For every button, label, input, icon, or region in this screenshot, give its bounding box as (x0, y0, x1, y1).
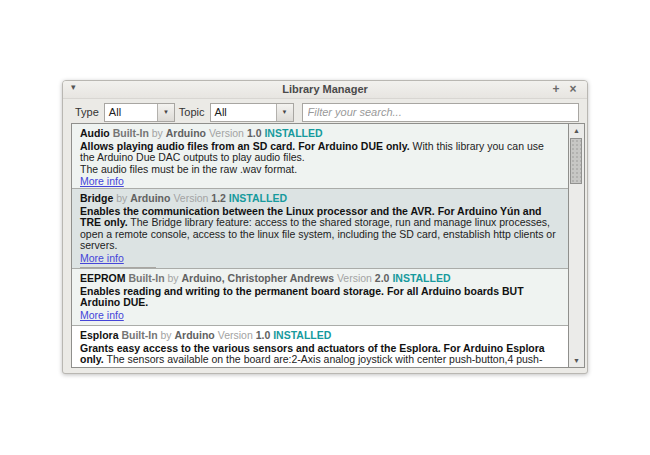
installed-badge: INSTALLED (264, 127, 322, 139)
library-entry-audio[interactable]: Audio Built-In by Arduino Version 1.0 IN… (72, 124, 568, 189)
library-entry-eeprom[interactable]: EEPROM Built-In by Arduino, Christopher … (72, 269, 568, 326)
scrollbar-thumb[interactable] (570, 138, 582, 184)
author-name: Arduino (166, 127, 206, 139)
topic-dropdown-value: All (211, 104, 276, 121)
library-name: EEPROM (80, 272, 126, 284)
library-entry-bridge[interactable]: Bridge by Arduino Version 1.2 INSTALLED … (72, 189, 568, 269)
library-entries: Audio Built-In by Arduino Version 1.0 IN… (72, 124, 568, 367)
filter-toolbar: Type All ▼ Topic All ▼ (63, 99, 587, 125)
maximize-icon[interactable]: + (549, 82, 563, 96)
library-entry-esplora[interactable]: Esplora Built-In by Arduino Version 1.0 … (72, 326, 568, 367)
version-label: Version (218, 329, 253, 341)
builtin-badge: Built-In (121, 329, 157, 341)
author-name: Arduino, Christopher Andrews (182, 272, 334, 284)
title-bar[interactable]: ▾ Library Manager + × (63, 81, 587, 99)
scroll-up-icon[interactable]: ▲ (569, 124, 584, 137)
author-name: Arduino (175, 329, 215, 341)
author-name: Arduino (130, 192, 170, 204)
library-name: Audio (80, 127, 110, 139)
entry-title-line: Bridge by Arduino Version 1.2 INSTALLED (80, 193, 560, 205)
library-name: Bridge (80, 192, 113, 204)
by-label: by (168, 272, 179, 284)
by-label: by (116, 192, 127, 204)
type-dropdown[interactable]: All ▼ (104, 103, 175, 122)
desktop-background: ▾ Library Manager + × Type All ▼ Topic A… (0, 0, 650, 455)
entry-title-line: Audio Built-In by Arduino Version 1.0 IN… (80, 128, 560, 140)
installed-badge: INSTALLED (392, 272, 450, 284)
type-label: Type (75, 106, 99, 118)
chevron-down-icon[interactable]: ▼ (276, 104, 293, 121)
version-label: Version (173, 192, 208, 204)
by-label: by (152, 127, 163, 139)
entry-description: Enables reading and writing to the perma… (80, 286, 560, 309)
close-icon[interactable]: × (566, 82, 580, 96)
search-input[interactable] (302, 103, 579, 122)
more-info-link[interactable]: More info (80, 253, 124, 265)
version-number: 1.0 (256, 329, 271, 341)
type-dropdown-value: All (105, 104, 157, 121)
installed-badge: INSTALLED (229, 192, 287, 204)
scroll-down-icon[interactable]: ▼ (569, 354, 584, 367)
entry-description: Allows playing audio files from an SD ca… (80, 141, 560, 164)
library-manager-window: ▾ Library Manager + × Type All ▼ Topic A… (62, 80, 588, 374)
version-number: 1.0 (247, 127, 262, 139)
library-list: Audio Built-In by Arduino Version 1.0 IN… (71, 123, 585, 368)
window-title: Library Manager (63, 83, 587, 95)
vertical-scrollbar[interactable]: ▲ ▼ (568, 124, 584, 367)
entry-description: Enables the communication between the Li… (80, 206, 560, 252)
entry-description-extra: The audio files must be in the raw .wav … (80, 164, 560, 176)
builtin-badge: Built-In (128, 272, 164, 284)
entry-title-line: EEPROM Built-In by Arduino, Christopher … (80, 273, 560, 285)
more-info-link[interactable]: More info (80, 176, 124, 188)
topic-label: Topic (179, 106, 205, 118)
entry-description: Grants easy access to the various sensor… (80, 343, 560, 368)
installed-badge: INSTALLED (273, 329, 331, 341)
version-label: Version (337, 272, 372, 284)
library-name: Esplora (80, 329, 119, 341)
version-number: 1.2 (211, 192, 226, 204)
chevron-down-icon[interactable]: ▼ (157, 104, 174, 121)
version-label: Version (209, 127, 244, 139)
entry-title-line: Esplora Built-In by Arduino Version 1.0 … (80, 330, 560, 342)
by-label: by (161, 329, 172, 341)
scrollbar-track[interactable] (569, 137, 584, 354)
topic-dropdown[interactable]: All ▼ (210, 103, 294, 122)
more-info-link[interactable]: More info (80, 310, 124, 322)
version-number: 2.0 (375, 272, 390, 284)
builtin-badge: Built-In (113, 127, 149, 139)
